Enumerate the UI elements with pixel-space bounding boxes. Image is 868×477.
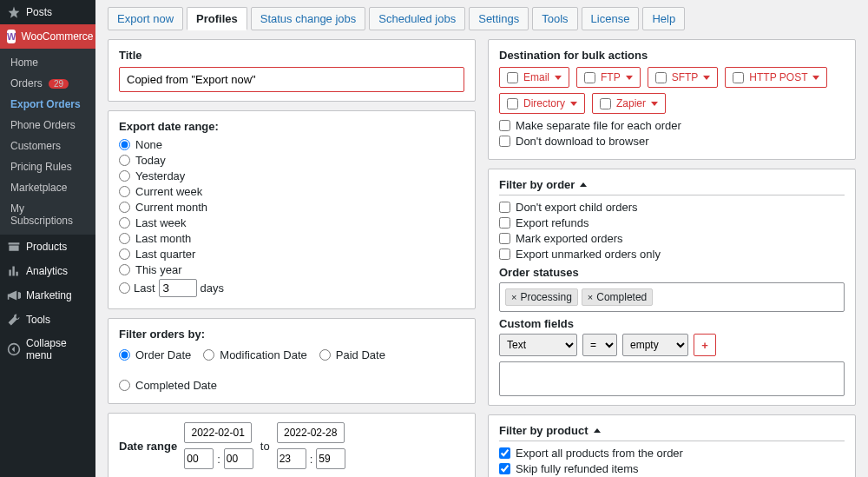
- radio-cur-week[interactable]: Current week: [119, 185, 464, 198]
- close-icon[interactable]: ×: [511, 292, 516, 302]
- all-label: Export all products from the order: [516, 447, 683, 460]
- check-child[interactable]: Don't export child orders: [499, 201, 845, 214]
- dest-zapier[interactable]: Zapier: [592, 93, 666, 114]
- to-hour[interactable]: [277, 448, 306, 469]
- fbp-header[interactable]: Filter by product: [499, 424, 845, 441]
- dest-sftp[interactable]: SFTP: [648, 67, 719, 88]
- radio-last-month-label: Last month: [135, 232, 191, 245]
- order-date-label: Order Date: [135, 348, 191, 361]
- cf-op-select[interactable]: =: [582, 334, 617, 356]
- check-no-download[interactable]: Don't download to browser: [499, 135, 845, 148]
- radio-yesterday-label: Yesterday: [135, 169, 185, 182]
- check-unmarked[interactable]: Export unmarked orders only: [499, 248, 845, 261]
- check-export-all[interactable]: Export all products from the order: [499, 447, 845, 460]
- sub-export-orders[interactable]: Export Orders: [0, 94, 95, 115]
- close-icon[interactable]: ×: [588, 292, 593, 302]
- dest-directory[interactable]: Directory: [499, 93, 585, 114]
- sidebar-tools[interactable]: Tools: [0, 308, 95, 332]
- cf-val-select[interactable]: empty: [622, 334, 688, 356]
- radio-last-week-label: Last week: [135, 216, 187, 229]
- sidebar-products[interactable]: Products: [0, 235, 95, 259]
- megaphone-icon: [7, 288, 21, 302]
- last-days-input[interactable]: [159, 279, 197, 297]
- pin-icon: [7, 5, 21, 19]
- filter-by-product-box: Filter by product Export all products fr…: [488, 414, 856, 477]
- radio-none[interactable]: None: [119, 138, 464, 151]
- sub-pricing[interactable]: Pricing Rules: [0, 156, 95, 177]
- tag-completed-label: Completed: [596, 291, 647, 303]
- fbo-heading-label: Filter by order: [499, 178, 575, 191]
- tab-profiles[interactable]: Profiles: [187, 7, 247, 30]
- dest-heading: Destination for bulk actions: [499, 49, 845, 62]
- radio-order-date[interactable]: Order Date: [119, 348, 191, 361]
- tab-export-now[interactable]: Export now: [108, 7, 183, 30]
- to-date-input[interactable]: [277, 422, 345, 443]
- radio-last-month[interactable]: Last month: [119, 232, 464, 245]
- sub-subscriptions[interactable]: My Subscriptions: [0, 198, 95, 231]
- sidebar-collapse[interactable]: Collapse menu: [0, 332, 95, 367]
- dest-http-label: HTTP POST: [749, 71, 807, 83]
- dest-ftp[interactable]: FTP: [576, 67, 641, 88]
- tab-status-change[interactable]: Status change jobs: [251, 7, 366, 30]
- date-range-heading: Export date range:: [119, 120, 464, 133]
- tab-license[interactable]: License: [582, 7, 640, 30]
- statuses-input[interactable]: ×Processing ×Completed: [499, 282, 845, 312]
- sub-orders[interactable]: Orders 29: [0, 73, 95, 94]
- radio-cur-week-label: Current week: [135, 185, 202, 198]
- custom-fields-area[interactable]: [499, 361, 845, 396]
- check-refunds[interactable]: Export refunds: [499, 216, 845, 229]
- radio-mod-date[interactable]: Modification Date: [203, 348, 306, 361]
- tag-processing-label: Processing: [520, 291, 571, 303]
- tab-help[interactable]: Help: [642, 7, 685, 30]
- sub-marketplace[interactable]: Marketplace: [0, 177, 95, 198]
- from-min[interactable]: [224, 448, 253, 469]
- sidebar-posts[interactable]: Posts: [0, 0, 95, 24]
- title-input[interactable]: [119, 67, 464, 92]
- caret-icon: [812, 76, 819, 80]
- sidebar-collapse-label: Collapse menu: [26, 337, 89, 361]
- check-separate-file[interactable]: Make separate file for each order: [499, 119, 845, 132]
- tab-scheduled[interactable]: Scheduled jobs: [369, 7, 465, 30]
- caret-icon: [703, 76, 710, 80]
- sub-orders-label: Orders: [10, 77, 43, 89]
- tag-completed[interactable]: ×Completed: [582, 288, 653, 306]
- from-hour[interactable]: [184, 448, 214, 469]
- sub-customers[interactable]: Customers: [0, 136, 95, 156]
- dr-label: Date range: [119, 440, 177, 453]
- filter-orders-heading: Filter orders by:: [119, 328, 464, 341]
- comp-date-label: Completed Date: [135, 379, 217, 392]
- radio-paid-date[interactable]: Paid Date: [319, 348, 385, 361]
- check-skip-refunded[interactable]: Skip fully refunded items: [499, 462, 845, 475]
- to-label: to: [260, 440, 270, 453]
- cf-type-select[interactable]: Text: [499, 334, 577, 356]
- tab-settings[interactable]: Settings: [469, 7, 529, 30]
- from-date-input[interactable]: [184, 422, 252, 443]
- radio-last-week[interactable]: Last week: [119, 216, 464, 229]
- dest-email[interactable]: Email: [499, 67, 569, 88]
- mark-label: Mark exported orders: [516, 232, 623, 245]
- dest-ftp-label: FTP: [601, 71, 621, 83]
- sidebar-analytics[interactable]: Analytics: [0, 259, 95, 283]
- sidebar-marketing[interactable]: Marketing: [0, 283, 95, 308]
- tag-processing[interactable]: ×Processing: [505, 288, 578, 306]
- radio-yesterday[interactable]: Yesterday: [119, 169, 464, 182]
- sidebar-submenu: Home Orders 29 Export Orders Phone Order…: [0, 49, 95, 235]
- fbo-header[interactable]: Filter by order: [499, 178, 845, 195]
- tab-tools[interactable]: Tools: [532, 7, 577, 30]
- radio-last-n[interactable]: Last days: [119, 279, 464, 297]
- dest-http[interactable]: HTTP POST: [725, 67, 827, 88]
- radio-today[interactable]: Today: [119, 154, 464, 167]
- to-min[interactable]: [316, 448, 345, 469]
- sidebar-woocommerce[interactable]: W WooCommerce: [0, 24, 95, 49]
- radio-this-year[interactable]: This year: [119, 263, 464, 276]
- caret-icon: [626, 76, 633, 80]
- sub-phone-orders[interactable]: Phone Orders: [0, 115, 95, 136]
- radio-cur-month[interactable]: Current month: [119, 201, 464, 214]
- radio-last-quarter[interactable]: Last quarter: [119, 248, 464, 261]
- check-mark[interactable]: Mark exported orders: [499, 232, 845, 245]
- woo-logo-icon: W: [7, 30, 16, 43]
- add-custom-field-button[interactable]: +: [694, 334, 716, 356]
- radio-comp-date[interactable]: Completed Date: [119, 379, 217, 392]
- sub-home[interactable]: Home: [0, 52, 95, 73]
- chart-icon: [7, 264, 21, 278]
